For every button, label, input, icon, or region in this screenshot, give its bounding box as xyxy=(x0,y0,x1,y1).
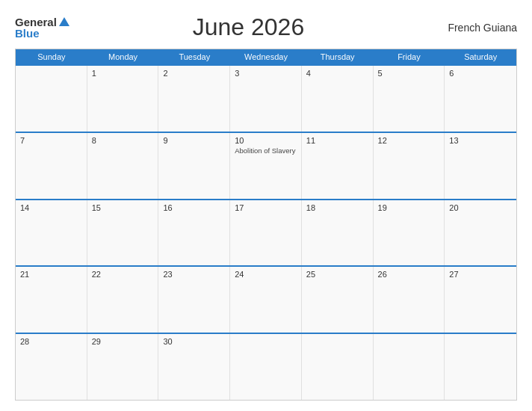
day-number: 10 xyxy=(235,136,297,145)
day-cell: 18 xyxy=(302,200,374,266)
day-number: 1 xyxy=(92,69,154,78)
day-cell: 22 xyxy=(87,267,159,333)
day-header: Tuesday xyxy=(158,49,230,64)
logo-triangle-icon xyxy=(59,17,69,26)
day-cell xyxy=(374,334,445,400)
day-cell: 2 xyxy=(158,66,230,132)
day-number: 15 xyxy=(92,203,154,212)
day-number: 28 xyxy=(20,337,82,346)
day-number: 21 xyxy=(20,270,82,279)
calendar-title: June 2026 xyxy=(69,13,427,41)
day-cell xyxy=(16,66,87,132)
logo: General Blue xyxy=(15,16,69,39)
day-cell: 21 xyxy=(16,267,87,333)
week-row: 14151617181920 xyxy=(16,199,516,266)
day-number: 19 xyxy=(378,203,440,212)
day-number: 26 xyxy=(378,270,440,279)
week-row: 78910Abolition of Slavery111213 xyxy=(16,132,516,199)
region-label: French Guiana xyxy=(427,22,517,34)
day-cell xyxy=(302,334,374,400)
day-cell: 20 xyxy=(445,200,516,266)
day-cell: 3 xyxy=(230,66,302,132)
day-cell: 25 xyxy=(302,267,374,333)
header: General Blue June 2026 French Guiana xyxy=(15,13,517,41)
day-number: 17 xyxy=(235,203,297,212)
week-row: 21222324252627 xyxy=(16,265,516,333)
day-headers: SundayMondayTuesdayWednesdayThursdayFrid… xyxy=(16,49,516,64)
day-cell: 1 xyxy=(87,66,159,132)
day-number: 22 xyxy=(92,270,154,279)
day-number: 23 xyxy=(163,270,225,279)
week-row: 123456 xyxy=(16,64,516,132)
day-number: 29 xyxy=(92,337,154,346)
day-cell xyxy=(230,334,302,400)
day-cell: 7 xyxy=(16,133,87,199)
day-cell: 26 xyxy=(374,267,445,333)
day-cell: 10Abolition of Slavery xyxy=(230,133,302,199)
day-number: 18 xyxy=(306,203,368,212)
day-header: Friday xyxy=(374,49,445,64)
day-cell: 15 xyxy=(87,200,159,266)
day-cell: 13 xyxy=(445,133,516,199)
calendar: SundayMondayTuesdayWednesdayThursdayFrid… xyxy=(15,49,517,401)
day-header: Monday xyxy=(87,49,159,64)
day-cell: 11 xyxy=(302,133,374,199)
day-number: 3 xyxy=(235,69,297,78)
day-cell: 14 xyxy=(16,200,87,266)
day-number: 9 xyxy=(163,136,225,145)
weeks: 12345678910Abolition of Slavery111213141… xyxy=(16,64,516,400)
day-number: 30 xyxy=(163,337,225,346)
day-header: Wednesday xyxy=(230,49,302,64)
day-cell: 16 xyxy=(158,200,230,266)
day-number: 20 xyxy=(449,203,512,212)
day-cell: 17 xyxy=(230,200,302,266)
week-row: 282930 xyxy=(16,333,516,400)
day-header: Sunday xyxy=(16,49,87,64)
day-header: Thursday xyxy=(302,49,374,64)
calendar-page: General Blue June 2026 French Guiana Sun… xyxy=(0,0,532,411)
day-number: 6 xyxy=(449,69,512,78)
day-cell: 27 xyxy=(445,267,516,333)
day-number: 4 xyxy=(306,69,368,78)
day-event: Abolition of Slavery xyxy=(235,146,297,155)
day-number: 8 xyxy=(92,136,154,145)
day-cell: 12 xyxy=(374,133,445,199)
day-number: 7 xyxy=(20,136,82,145)
day-number: 16 xyxy=(163,203,225,212)
day-cell: 30 xyxy=(158,334,230,400)
day-number: 25 xyxy=(306,270,368,279)
day-number: 11 xyxy=(306,136,368,145)
day-cell: 9 xyxy=(158,133,230,199)
logo-general: General xyxy=(15,16,69,28)
day-cell: 8 xyxy=(87,133,159,199)
day-number: 24 xyxy=(235,270,297,279)
day-cell: 23 xyxy=(158,267,230,333)
logo-blue-text: Blue xyxy=(15,28,69,39)
day-number: 14 xyxy=(20,203,82,212)
day-cell: 5 xyxy=(374,66,445,132)
day-number: 13 xyxy=(449,136,512,145)
day-number: 5 xyxy=(378,69,440,78)
day-cell: 28 xyxy=(16,334,87,400)
day-number: 2 xyxy=(163,69,225,78)
day-cell: 4 xyxy=(302,66,374,132)
day-cell: 19 xyxy=(374,200,445,266)
day-cell: 29 xyxy=(87,334,159,400)
day-number: 27 xyxy=(449,270,512,279)
day-cell xyxy=(445,334,516,400)
day-header: Saturday xyxy=(445,49,516,64)
day-cell: 24 xyxy=(230,267,302,333)
logo-general-text: General xyxy=(15,16,57,28)
day-number: 12 xyxy=(378,136,440,145)
day-cell: 6 xyxy=(445,66,516,132)
